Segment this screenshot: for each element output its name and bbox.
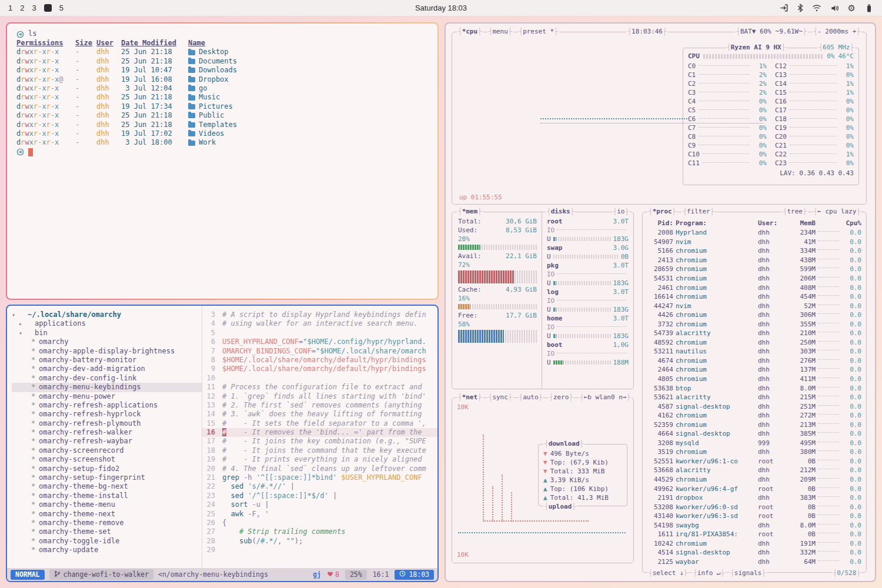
tree-item[interactable]: omarchy-theme-remove [12,519,202,527]
net-sync-button[interactable]: sync [487,393,513,402]
process-row[interactable]: 5166 chromium dhh 334M 0.0 [647,246,861,256]
code-line[interactable]: 28 sub(/#.*/, ""); [202,537,437,546]
proc-panel-title[interactable]: *proc [647,207,677,216]
code-line[interactable]: 21grep -h '^[[:space:]]*bind' $USER_HYPR… [202,473,437,482]
git-branch-chip[interactable]: change-wofi-to-walker [49,569,153,580]
code-line[interactable]: 6USER_HYPRLAND_CONF="$HOME/.config/hypr/… [202,338,437,346]
code-line[interactable]: 11# Process the configuration file to ex… [202,383,437,392]
process-row[interactable]: 28659 chromium dhh 599M 0.0 [647,265,861,274]
process-row[interactable]: 54531 chromium dhh 206M 0.0 [647,274,861,283]
code-line[interactable]: 26{ [202,519,437,527]
code-line[interactable]: 20# 4. The final `sed` cleans up any lef… [202,465,437,473]
process-row[interactable]: 53668 alacritty dhh 212M 0.0 [647,466,861,475]
code-line[interactable]: 8$HOME/.local/share/omarchy/default/hypr… [202,356,437,365]
net-zero-button[interactable]: zero [548,393,574,402]
tree-item[interactable]: omarchy-setup-fingerprint [12,473,202,482]
process-row[interactable]: 4426 chromium dhh 306M 0.0 [647,310,861,320]
process-row[interactable]: 4805 chromium dhh 411M 0.0 [647,375,861,384]
proc-select-hint[interactable]: select ↓ [647,569,689,577]
btop-preset-button[interactable]: preset * [518,27,559,36]
header-cpu[interactable]: Cpu% [841,219,861,228]
code-editor[interactable]: 3# A script to display Hyprland keybindi… [202,306,437,568]
header-mem[interactable]: MemB [786,219,816,228]
terminal-window[interactable]: ls Permissions Size User Date Modified N… [6,22,439,300]
process-row[interactable]: 2461 chromium dhh 408M 0.0 [647,283,861,292]
tree-item[interactable]: omarchy-refresh-waybar [12,437,202,446]
tree-item[interactable]: omarchy-screenrecord [12,446,202,455]
code-line[interactable]: 10 [202,374,437,383]
code-line[interactable]: 13# 2. The first `sed` removes comments … [202,401,437,410]
tree-item[interactable]: omarchy-theme-set [12,527,202,536]
tree-item[interactable]: omarchy-battery-monitor [12,356,202,365]
code-line[interactable]: 24 sort -u | [202,500,437,509]
tree-item[interactable]: omarchy-refresh-walker [12,428,202,437]
process-row[interactable]: 49962 kworker/u96:4-gf root 0B 0.0 [647,484,861,493]
code-line[interactable]: 25 awk -F, ' [202,510,437,519]
tree-item[interactable]: omarchy [12,338,202,346]
process-row[interactable]: 3208 mysqld 999 495M 0.0 [647,439,861,448]
code-line[interactable]: 29 [202,546,437,554]
proc-info-hint[interactable]: info ↵ [692,569,726,577]
bluetooth-icon[interactable] [797,4,803,12]
disks-title[interactable]: disks [546,207,575,216]
wifi-icon[interactable] [812,4,821,12]
net-panel-title[interactable]: *net [457,393,483,402]
tree-item[interactable]: omarchy-theme-install [12,492,202,500]
process-row[interactable]: 54907 nvim dhh 41M 0.0 [647,238,861,247]
process-row[interactable]: 53208 kworker/u96:0-sd root 0B 0.0 [647,502,861,512]
tree-item[interactable]: applications [12,319,202,328]
process-row[interactable]: 54198 swaybg dhh 8.0M 0.0 [647,521,861,530]
logout-icon[interactable] [780,4,789,12]
code-line[interactable]: 9$HOME/.local/share/omarchy/default/hypr… [202,365,437,373]
volume-icon[interactable] [830,4,839,12]
header-user[interactable]: User: [758,219,784,228]
process-row[interactable]: 3519 chromium dhh 380M 0.0 [647,447,861,457]
tree-item[interactable]: omarchy-menu-power [12,392,202,401]
code-line[interactable]: 23 sed '/^[[:space:]]*$/d' | [202,492,437,500]
code-line[interactable]: 4# using walker for an interactive searc… [202,319,437,328]
tree-item[interactable]: omarchy-apple-display-brightness [12,347,202,356]
code-line[interactable]: 22 sed 's/#.*//' | [202,482,437,491]
process-row[interactable]: 44247 nvim dhh 52M 0.0 [647,301,861,310]
tree-item[interactable]: omarchy-theme-menu [12,500,202,509]
tree-item[interactable]: omarchy-setup-fido2 [12,465,202,473]
proc-signals-hint[interactable]: signals [729,569,767,577]
process-row[interactable]: 53621 alacritty dhh 215M 0.0 [647,393,861,402]
process-row[interactable]: 52359 chromium dhh 213M 0.0 [647,420,861,429]
process-row[interactable]: 10242 chromium dhh 191M 0.0 [647,539,861,549]
process-row[interactable]: 48592 chromium dhh 250M 0.0 [647,338,861,348]
process-row[interactable]: 2191 dropbox dhh 383M 0.0 [647,493,861,503]
process-row[interactable]: 53638 btop dhh 8.0M 0.0 [647,383,861,393]
process-row[interactable]: 44529 chromium dhh 209M 0.0 [647,475,861,485]
code-line[interactable]: 5 [202,329,437,338]
net-auto-button[interactable]: auto [518,393,544,402]
process-row[interactable]: 4162 chromium dhh 272M 0.0 [647,411,861,420]
process-row[interactable]: 2413 chromium dhh 438M 0.0 [647,256,861,265]
code-line[interactable]: 27 # Strip trailing comments [202,527,437,536]
cpu-panel-title[interactable]: *cpu [457,27,483,36]
code-line[interactable]: 16# - It removes the 'bind... =' part fr… [202,428,437,437]
process-row[interactable]: 52551 kworker/u96:1-co root 0B 0.0 [647,457,861,466]
tree-item[interactable]: omarchy-toggle-idle [12,537,202,546]
tree-item[interactable]: omarchy-update [12,546,202,554]
process-row[interactable]: 43140 kworker/u96:3-sd root 0B 0.0 [647,512,861,521]
proc-sort-selector[interactable]: ← cpu lazy [813,207,861,216]
code-line[interactable]: 14# 3. `awk` does the heavy lifting of f… [202,410,437,419]
tree-item[interactable]: omarchy-refresh-hyprlock [12,410,202,419]
code-line[interactable]: 17# - It joins the key combination (e.g.… [202,437,437,446]
mem-panel-title[interactable]: *mem [457,207,483,216]
tree-item[interactable]: omarchy-screenshot [12,455,202,464]
proc-tree-button[interactable]: tree [782,207,808,216]
tree-item[interactable]: omarchy-dev-add-migration [12,365,202,373]
btop-menu-button[interactable]: menu [487,27,513,36]
process-row[interactable]: 2464 chromium dhh 137M 0.0 [647,365,861,375]
btop-window[interactable]: *cpu menu preset * 18:03:46 BAT▼ 60% ~9.… [445,22,876,582]
header-program[interactable]: Program: [676,219,756,228]
process-row[interactable]: 3732 chromium dhh 355M 0.0 [647,319,861,329]
settings-icon[interactable]: ⚙ [848,4,856,12]
code-line[interactable]: 7OMARCHY_BINDINGS_CONF="$HOME/.local/sha… [202,347,437,356]
process-row[interactable]: 2125 waybar dhh 64M 0.0 [647,557,861,567]
process-row[interactable]: 53211 nautilus dhh 303M 0.0 [647,347,861,356]
header-pid[interactable]: Pid: [647,219,673,228]
terminal-cursor[interactable] [28,148,33,156]
